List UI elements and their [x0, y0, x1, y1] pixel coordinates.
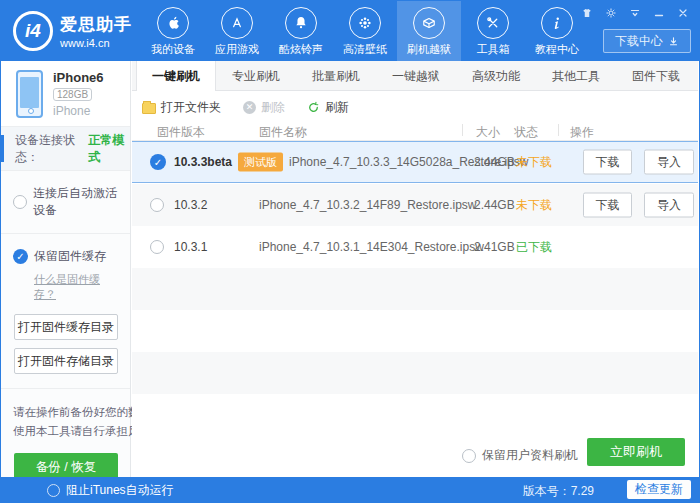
firmware-filename: iPhone_4.7_10.3.1_14E304_Restore.ipsw [259, 240, 484, 254]
download-center-button[interactable]: 下载中心 [603, 29, 691, 53]
firmware-size: 2.44GB [474, 155, 515, 169]
close-icon[interactable] [676, 6, 689, 19]
col-status: 状态 [514, 124, 538, 141]
nav-item-my-devices[interactable]: 我的设备 [141, 1, 205, 61]
toolbox-wrench-icon [477, 7, 509, 39]
open-folder-label: 打开文件夹 [161, 99, 221, 116]
auto-activate-label: 连接后自动激活设备 [33, 185, 118, 219]
apple-icon [157, 7, 189, 39]
row-radio-icon[interactable] [150, 240, 164, 254]
auto-activate-option[interactable]: 连接后自动激活设备 [13, 185, 118, 219]
col-version: 固件版本 [157, 124, 205, 141]
nav-item-wallpapers[interactable]: 高清壁纸 [333, 1, 397, 61]
header-divider [558, 124, 559, 136]
nav-label: 应用游戏 [215, 42, 259, 57]
app-logo: i4 爱思助手 www.i4.cn [13, 11, 132, 51]
download-firmware-button[interactable]: 下载 [583, 193, 632, 218]
refresh-button[interactable]: 刷新 [307, 99, 349, 116]
col-size: 大小 [476, 124, 500, 141]
keep-cache-option[interactable]: ✓ 保留固件缓存 [13, 248, 118, 265]
tab-one-key-flash[interactable]: 一键刷机 [136, 61, 216, 91]
tutorial-info-icon [541, 7, 573, 39]
download-firmware-button[interactable]: 下载 [583, 150, 632, 175]
minimize-icon[interactable] [652, 6, 665, 19]
empty-row-stripe [132, 268, 698, 310]
firmware-cache-section: ✓ 保留固件缓存 什么是固件缓存？ 打开固件缓存目录 打开固件存储目录 [1, 234, 130, 389]
nav-label: 酷炫铃声 [279, 42, 323, 57]
app-window: i4 爱思助手 www.i4.cn 我的设备 应用游戏 [0, 0, 700, 503]
block-itunes-option[interactable]: 阻止iTunes自动运行 [47, 482, 174, 499]
backup-warning-line2: 使用本工具请自行承担风险 [13, 422, 118, 441]
row-radio-icon[interactable] [150, 198, 164, 212]
device-model: iPhone [53, 104, 104, 118]
app-header: i4 爱思助手 www.i4.cn 我的设备 应用游戏 [1, 1, 699, 61]
main-panel: 一键刷机 专业刷机 批量刷机 一键越狱 高级功能 其他工具 固件下载 打开文件夹… [132, 61, 698, 477]
check-update-button[interactable]: 检查更新 [627, 480, 691, 499]
firmware-version: 10.3.3beta [174, 155, 232, 169]
firmware-size: 2.41GB [474, 240, 515, 254]
delete-button[interactable]: ✕ 删除 [243, 99, 285, 116]
firmware-status: 已下载 [516, 239, 552, 256]
app-title: 爱思助手 [60, 13, 132, 36]
firmware-row-10-3-1[interactable]: 10.3.1 iPhone_4.7_10.3.1_14E304_Restore.… [132, 226, 698, 268]
menu-dropdown-icon[interactable] [628, 6, 641, 19]
firmware-size: 2.44GB [474, 198, 515, 212]
firmware-row-10-3-3beta[interactable]: ✓ 10.3.3beta 测试版 iPhone_4.7_10.3.3_14G50… [132, 141, 698, 183]
nav-item-flash-jailbreak[interactable]: 刷机越狱 [397, 1, 461, 61]
firmware-version: 10.3.2 [174, 198, 207, 212]
keep-user-data-option[interactable]: 保留用户资料刷机 [462, 447, 578, 464]
radio-unchecked-icon[interactable] [13, 195, 27, 209]
tab-advanced[interactable]: 高级功能 [456, 61, 536, 91]
refresh-icon [307, 101, 320, 114]
tab-firmware-download[interactable]: 固件下载 [616, 61, 696, 91]
tab-pro-flash[interactable]: 专业刷机 [216, 61, 296, 91]
checkbox-checked-icon[interactable]: ✓ [13, 249, 28, 264]
delete-label: 删除 [261, 99, 285, 116]
iphone-icon [16, 70, 43, 118]
firmware-row-10-3-2[interactable]: 10.3.2 iPhone_4.7_10.3.2_14F89_Restore.i… [132, 184, 698, 226]
cache-help-link[interactable]: 什么是固件缓存？ [34, 272, 118, 302]
download-icon [668, 36, 679, 47]
nav-label: 我的设备 [151, 42, 195, 57]
nav-label: 高清壁纸 [343, 42, 387, 57]
firmware-status: 未下载 [516, 197, 552, 214]
firmware-toolbar: 打开文件夹 ✕ 删除 刷新 [132, 91, 698, 123]
import-firmware-button[interactable]: 导入 [644, 150, 694, 175]
flash-now-button[interactable]: 立即刷机 [587, 438, 685, 466]
backup-warning-line1: 请在操作前备份好您的数据 [13, 403, 118, 422]
table-header: 固件版本 固件名称 大小 状态 操作 [132, 123, 698, 141]
app-url: www.i4.cn [60, 37, 132, 49]
tab-bar: 一键刷机 专业刷机 批量刷机 一键越狱 高级功能 其他工具 固件下载 [132, 61, 698, 91]
version-label: 版本号：7.29 [523, 483, 594, 500]
device-name: iPhone6 [53, 70, 104, 85]
open-cache-dir-button[interactable]: 打开固件缓存目录 [14, 314, 118, 340]
nav-item-apps-games[interactable]: 应用游戏 [205, 1, 269, 61]
device-info: iPhone6 128GB iPhone [53, 70, 104, 118]
nav-item-toolbox[interactable]: 工具箱 [461, 1, 525, 61]
logo-badge-text: i4 [25, 20, 41, 42]
tab-batch-flash[interactable]: 批量刷机 [296, 61, 376, 91]
selected-check-icon[interactable]: ✓ [150, 154, 166, 170]
blue-accent-bar [1, 135, 4, 162]
connection-status-row: 设备连接状态：正常模式 [1, 127, 130, 171]
tab-other-tools[interactable]: 其他工具 [536, 61, 616, 91]
keep-user-data-label: 保留用户资料刷机 [482, 447, 578, 464]
open-storage-dir-button[interactable]: 打开固件存储目录 [14, 348, 118, 374]
theme-skin-icon[interactable] [580, 6, 593, 19]
block-itunes-label: 阻止iTunes自动运行 [66, 482, 174, 499]
empty-row-stripe [132, 394, 698, 436]
device-capacity-badge: 128GB [53, 88, 92, 101]
import-firmware-button[interactable]: 导入 [644, 193, 694, 218]
tab-one-key-jailbreak[interactable]: 一键越狱 [376, 61, 456, 91]
nav-item-ringtones[interactable]: 酷炫铃声 [269, 1, 333, 61]
open-folder-button[interactable]: 打开文件夹 [142, 99, 221, 116]
device-card[interactable]: iPhone6 128GB iPhone [1, 61, 130, 127]
keep-cache-label: 保留固件缓存 [34, 248, 106, 265]
empty-row-stripe [132, 352, 698, 394]
radio-unchecked-icon[interactable] [47, 484, 60, 497]
radio-unchecked-icon[interactable] [462, 449, 476, 463]
firmware-filename: iPhone_4.7_10.3.2_14F89_Restore.ipsw [259, 198, 477, 212]
col-action: 操作 [570, 124, 594, 141]
connection-status-label: 设备连接状态： [15, 132, 88, 166]
settings-gear-icon[interactable] [604, 6, 617, 19]
